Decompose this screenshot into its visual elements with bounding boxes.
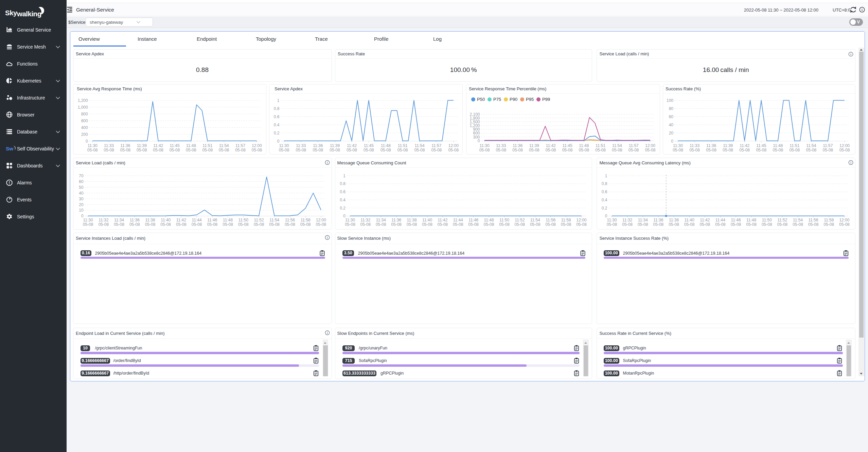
svg-text:0.4: 0.4	[340, 197, 346, 202]
svg-text:11:36: 11:36	[706, 143, 716, 148]
svg-text:11:46: 11:46	[468, 218, 478, 222]
svg-text:05-08: 05-08	[437, 222, 448, 227]
svg-text:05-08: 05-08	[129, 222, 140, 227]
svg-text:11:56: 11:56	[285, 218, 295, 222]
svg-text:05-08: 05-08	[422, 222, 432, 227]
svg-text:05-08: 05-08	[145, 222, 155, 227]
svg-text:2,100: 2,100	[470, 112, 480, 117]
svg-text:05-08: 05-08	[628, 148, 639, 152]
svg-text:11:54: 11:54	[612, 143, 622, 148]
svg-text:11:30: 11:30	[279, 143, 289, 148]
svg-text:05-08: 05-08	[296, 148, 306, 152]
svg-text:0.6: 0.6	[274, 114, 280, 119]
svg-text:P90: P90	[510, 97, 517, 102]
svg-text:11:54: 11:54	[806, 143, 816, 148]
svg-text:05-08: 05-08	[104, 148, 114, 152]
svg-text:05-08: 05-08	[823, 148, 833, 152]
svg-text:11:36: 11:36	[391, 218, 401, 222]
svg-text:11:33: 11:33	[690, 143, 699, 148]
svg-text:11:54: 11:54	[414, 143, 424, 148]
svg-text:05-08: 05-08	[607, 222, 617, 227]
svg-text:11:39: 11:39	[723, 143, 733, 148]
svg-text:05-08: 05-08	[773, 148, 783, 152]
svg-text:05-08: 05-08	[762, 222, 772, 227]
svg-text:05-08: 05-08	[839, 148, 850, 152]
svg-text:11:38: 11:38	[145, 218, 155, 222]
svg-text:05-08: 05-08	[380, 148, 391, 152]
svg-text:12:00: 12:00	[839, 143, 850, 148]
svg-text:11:33: 11:33	[496, 143, 506, 148]
svg-text:05-08: 05-08	[699, 222, 710, 227]
svg-text:12:00: 12:00	[576, 218, 586, 222]
svg-text:20: 20	[79, 202, 84, 207]
svg-text:1,200: 1,200	[77, 98, 88, 103]
svg-text:05-08: 05-08	[576, 222, 587, 227]
svg-text:05-08: 05-08	[808, 222, 819, 227]
svg-text:11:38: 11:38	[407, 218, 417, 222]
svg-text:11:50: 11:50	[762, 218, 772, 222]
svg-text:05-08: 05-08	[448, 148, 459, 152]
svg-text:05-08: 05-08	[83, 222, 93, 227]
svg-text:05-08: 05-08	[561, 222, 571, 227]
svg-text:05-08: 05-08	[483, 222, 494, 227]
svg-text:1: 1	[605, 173, 607, 178]
svg-text:05-08: 05-08	[347, 148, 357, 152]
svg-text:05-08: 05-08	[114, 222, 124, 227]
svg-text:05-08: 05-08	[160, 222, 171, 227]
svg-text:05-08: 05-08	[823, 222, 834, 227]
svg-text:11:42: 11:42	[740, 143, 749, 148]
svg-text:11:52: 11:52	[777, 218, 787, 222]
svg-text:05-08: 05-08	[715, 222, 726, 227]
svg-text:05-08: 05-08	[839, 222, 850, 227]
svg-text:P50: P50	[477, 97, 485, 102]
svg-text:05-08: 05-08	[285, 222, 295, 227]
svg-text:05-08: 05-08	[330, 148, 340, 152]
svg-text:05-08: 05-08	[223, 222, 233, 227]
svg-text:05-08: 05-08	[546, 148, 556, 152]
svg-text:11:48: 11:48	[484, 218, 494, 222]
svg-text:11:54: 11:54	[269, 218, 279, 222]
svg-text:05-08: 05-08	[806, 148, 817, 152]
svg-text:0.4: 0.4	[602, 197, 607, 202]
svg-text:11:40: 11:40	[685, 218, 694, 222]
svg-text:11:39: 11:39	[137, 143, 146, 148]
svg-text:11:30: 11:30	[83, 218, 93, 222]
svg-text:11:51: 11:51	[398, 143, 408, 148]
svg-text:11:42: 11:42	[347, 143, 357, 148]
svg-text:11:54: 11:54	[219, 143, 229, 148]
svg-text:0.2: 0.2	[274, 131, 280, 135]
svg-text:0.8: 0.8	[274, 106, 280, 111]
svg-text:05-08: 05-08	[345, 222, 355, 227]
svg-text:05-08: 05-08	[706, 148, 716, 152]
svg-text:11:48: 11:48	[186, 143, 196, 148]
svg-text:05-08: 05-08	[202, 148, 213, 152]
svg-text:11:57: 11:57	[823, 143, 833, 148]
svg-text:50: 50	[79, 185, 84, 189]
svg-text:0: 0	[671, 139, 673, 144]
svg-text:1: 1	[277, 98, 280, 103]
svg-text:05-08: 05-08	[279, 148, 289, 152]
svg-text:05-08: 05-08	[689, 148, 700, 152]
svg-text:P95: P95	[526, 97, 534, 102]
svg-text:05-08: 05-08	[653, 222, 664, 227]
svg-text:11:58: 11:58	[824, 218, 834, 222]
svg-text:05-08: 05-08	[98, 222, 109, 227]
svg-text:0.6: 0.6	[340, 189, 346, 194]
svg-text:05-08: 05-08	[176, 222, 187, 227]
svg-text:400: 400	[81, 125, 88, 130]
svg-text:05-08: 05-08	[669, 222, 679, 227]
svg-text:11:52: 11:52	[254, 218, 264, 222]
svg-text:11:36: 11:36	[653, 218, 663, 222]
svg-text:05-08: 05-08	[622, 222, 633, 227]
svg-text:0.2: 0.2	[340, 205, 346, 210]
svg-text:05-08: 05-08	[191, 222, 202, 227]
svg-text:05-08: 05-08	[638, 222, 648, 227]
svg-text:05-08: 05-08	[391, 222, 402, 227]
svg-text:11:33: 11:33	[104, 143, 114, 148]
svg-text:11:30: 11:30	[87, 143, 97, 148]
svg-text:05-08: 05-08	[87, 148, 98, 152]
svg-text:05-08: 05-08	[120, 148, 130, 152]
svg-text:05-08: 05-08	[431, 148, 442, 152]
svg-text:70: 70	[79, 173, 84, 178]
svg-text:30: 30	[79, 196, 84, 201]
